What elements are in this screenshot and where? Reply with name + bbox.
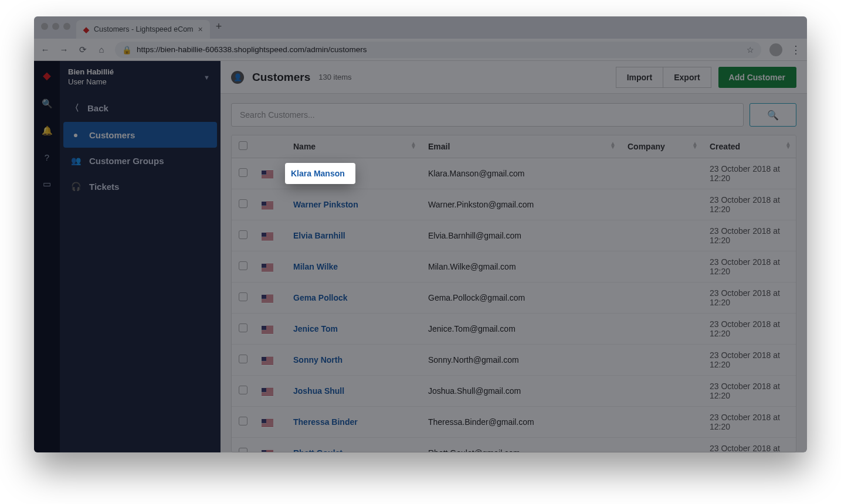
us-flag-icon bbox=[262, 202, 273, 209]
customer-name-link[interactable]: Gema Pollock bbox=[293, 293, 348, 302]
column-email[interactable]: Email▲▼ bbox=[421, 135, 620, 158]
sidebar-item-customer-groups[interactable]: 👥 Customer Groups bbox=[60, 148, 221, 173]
search-icon[interactable]: 🔍 bbox=[42, 98, 53, 109]
url-text: https://bien-habillie-606338.shoplightsp… bbox=[137, 45, 367, 54]
row-email: Joshua.Shull@gmail.com bbox=[421, 376, 620, 407]
chevron-left-icon: 〈 bbox=[70, 103, 79, 114]
row-checkbox[interactable] bbox=[232, 189, 255, 220]
add-customer-button[interactable]: Add Customer bbox=[718, 67, 796, 88]
export-button[interactable]: Export bbox=[663, 67, 711, 88]
customer-name-link[interactable]: Klara Manson bbox=[291, 169, 345, 178]
row-checkbox[interactable] bbox=[232, 314, 255, 345]
row-email: Gema.Pollock@gmail.com bbox=[421, 282, 620, 314]
address-bar[interactable]: 🔒 https://bien-habillie-606338.shoplight… bbox=[115, 42, 761, 58]
home-icon[interactable]: ⌂ bbox=[96, 45, 107, 55]
us-flag-icon bbox=[262, 326, 273, 333]
row-email: Rhett.Goulet@gmail.com bbox=[421, 438, 620, 453]
row-created: 23 October 2018 at 12:20 bbox=[703, 220, 796, 251]
row-checkbox[interactable] bbox=[232, 438, 255, 453]
search-button[interactable]: 🔍 bbox=[750, 103, 796, 127]
row-flag bbox=[255, 220, 286, 251]
star-icon[interactable]: ☆ bbox=[747, 45, 754, 55]
search-icon: 🔍 bbox=[767, 110, 779, 121]
customer-name-link[interactable]: Milan Wilke bbox=[293, 262, 338, 271]
row-checkbox[interactable] bbox=[232, 282, 255, 314]
customer-name-link[interactable]: Elvia Barnhill bbox=[293, 231, 345, 240]
checkbox-icon bbox=[239, 141, 247, 150]
row-company bbox=[620, 345, 703, 376]
row-email: Elvia.Barnhill@gmail.com bbox=[421, 220, 620, 251]
flag-header bbox=[255, 135, 286, 158]
row-checkbox[interactable] bbox=[232, 376, 255, 407]
browser-menu-icon[interactable]: ⋮ bbox=[791, 43, 801, 56]
customer-name-link[interactable]: Jenice Tom bbox=[293, 324, 338, 333]
row-checkbox[interactable] bbox=[232, 407, 255, 438]
checkbox-icon bbox=[239, 448, 247, 452]
chevron-down-icon: ▼ bbox=[204, 74, 210, 81]
customer-name-link[interactable]: Joshua Shull bbox=[293, 386, 344, 396]
checkbox-icon bbox=[239, 199, 247, 208]
row-company bbox=[620, 220, 703, 251]
minimize-window-icon[interactable] bbox=[52, 23, 59, 30]
close-tab-icon[interactable]: × bbox=[198, 25, 203, 34]
bell-icon[interactable]: 🔔 bbox=[42, 125, 53, 136]
new-tab-button[interactable]: + bbox=[216, 21, 222, 33]
help-icon[interactable]: ? bbox=[45, 152, 49, 162]
row-email: Milan.Wilke@gmail.com bbox=[421, 251, 620, 282]
close-window-icon[interactable] bbox=[41, 23, 48, 30]
back-label: Back bbox=[87, 103, 108, 113]
row-checkbox[interactable] bbox=[232, 345, 255, 376]
row-name: Gema Pollock bbox=[286, 282, 421, 314]
back-icon[interactable]: ← bbox=[40, 45, 50, 55]
column-company[interactable]: Company▲▼ bbox=[620, 135, 703, 158]
row-checkbox[interactable] bbox=[232, 220, 255, 251]
customer-name-link[interactable]: Warner Pinkston bbox=[293, 200, 358, 209]
checkbox-icon bbox=[239, 323, 247, 332]
row-name: Jenice Tom bbox=[286, 314, 421, 345]
reload-icon[interactable]: ⟳ bbox=[77, 45, 88, 55]
item-count: 130 items bbox=[318, 73, 351, 81]
table-row: Theressa BinderTheressa.Binder@gmail.com… bbox=[232, 407, 796, 438]
row-checkbox[interactable] bbox=[232, 251, 255, 282]
row-email: Klara.Manson@gmail.com bbox=[421, 158, 620, 189]
maximize-window-icon[interactable] bbox=[63, 23, 70, 30]
row-email: Jenice.Tom@gmail.com bbox=[421, 314, 620, 345]
import-button[interactable]: Import bbox=[616, 67, 664, 88]
sidebar-item-label: Customers bbox=[89, 130, 135, 140]
back-button[interactable]: 〈 Back bbox=[60, 94, 221, 122]
browser-tab[interactable]: ◆ Customers - Lightspeed eCom × bbox=[76, 20, 210, 39]
profile-avatar-icon[interactable] bbox=[769, 43, 782, 56]
row-created: 23 October 2018 at 12:20 bbox=[703, 158, 796, 189]
customer-name-link[interactable]: Sonny North bbox=[293, 355, 342, 365]
browser-tab-strip: ◆ Customers - Lightspeed eCom × + bbox=[34, 16, 807, 39]
customer-name-link[interactable]: Theressa Binder bbox=[293, 417, 358, 427]
sidebar-item-label: Customer Groups bbox=[89, 156, 164, 166]
us-flag-icon bbox=[262, 450, 273, 452]
table-row: Warner PinkstonWarner.Pinkston@gmail.com… bbox=[232, 189, 796, 220]
checkbox-icon bbox=[239, 386, 247, 394]
row-name: Sonny North bbox=[286, 345, 421, 376]
sidebar-item-customers[interactable]: ● Customers bbox=[63, 122, 217, 148]
icon-rail: ◆ 🔍 🔔 ? ▭ bbox=[34, 61, 60, 452]
card-icon[interactable]: ▭ bbox=[43, 179, 51, 189]
select-all-header[interactable] bbox=[232, 135, 255, 158]
search-input[interactable] bbox=[231, 103, 744, 127]
row-company bbox=[620, 376, 703, 407]
checkbox-icon bbox=[239, 261, 247, 270]
lightspeed-logo-icon[interactable]: ◆ bbox=[43, 69, 51, 82]
row-name: Milan Wilke bbox=[286, 251, 421, 282]
user-icon: ● bbox=[70, 130, 81, 139]
sidebar-item-tickets[interactable]: 🎧 Tickets bbox=[60, 173, 221, 199]
row-company bbox=[620, 189, 703, 220]
column-name[interactable]: Name▲▼ bbox=[286, 135, 421, 158]
checkbox-icon bbox=[239, 168, 247, 177]
forward-icon[interactable]: → bbox=[59, 45, 69, 55]
row-company bbox=[620, 407, 703, 438]
row-name: Joshua Shull bbox=[286, 376, 421, 407]
store-switcher[interactable]: Bien Habillié User Name ▼ bbox=[60, 61, 221, 94]
row-flag bbox=[255, 158, 286, 189]
row-checkbox[interactable] bbox=[232, 158, 255, 189]
column-created[interactable]: Created▲▼ bbox=[703, 135, 796, 158]
customer-name-link[interactable]: Rhett Goulet bbox=[293, 448, 342, 452]
row-created: 23 October 2018 at 12:20 bbox=[703, 314, 796, 345]
